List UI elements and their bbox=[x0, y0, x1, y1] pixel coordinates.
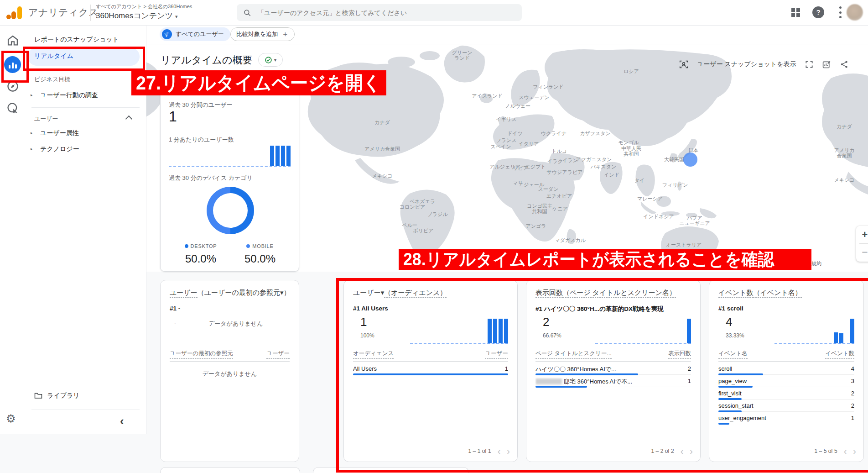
table-row[interactable]: page_view 3 bbox=[718, 375, 854, 387]
events-minute-chart bbox=[774, 319, 854, 344]
sidebar-item-realtime[interactable]: リアルタイム bbox=[28, 47, 140, 66]
search-input[interactable] bbox=[257, 9, 505, 17]
sidebar-section-business: ビジネス目標 bbox=[34, 75, 70, 84]
mobile-legend-label: MOBILE bbox=[252, 243, 273, 249]
column-header-left[interactable]: オーディエンス bbox=[353, 350, 394, 359]
card-dimension-selector[interactable]: （ユーザーの最初の参照元▾） bbox=[198, 289, 291, 296]
map-country-label: フィンランド bbox=[533, 84, 564, 89]
search-bar[interactable] bbox=[237, 4, 522, 21]
map-country-label: パキスタン bbox=[591, 164, 616, 169]
desktop-legend-dot bbox=[185, 244, 188, 248]
share-icon[interactable] bbox=[840, 60, 849, 69]
more-options-icon[interactable] bbox=[839, 6, 842, 18]
page-prev-icon[interactable]: ‹ bbox=[844, 448, 847, 454]
map-country-label: パプア ニューギニア bbox=[679, 215, 710, 226]
table-row[interactable]: All Users 1 bbox=[353, 363, 508, 375]
admin-gear-icon[interactable]: ⚙ bbox=[6, 412, 16, 425]
top-rank-value: 4 bbox=[726, 315, 732, 329]
expand-caret-icon[interactable]: ▸ bbox=[31, 131, 33, 135]
map-country-label: ケニア bbox=[552, 206, 568, 211]
page-prev-icon[interactable]: ‹ bbox=[498, 448, 501, 454]
report-status-badge[interactable]: ▾ bbox=[258, 53, 283, 67]
user-snapshot-button[interactable]: ユーザー スナップショットを表示 bbox=[697, 60, 796, 68]
customize-report-icon[interactable] bbox=[822, 60, 832, 69]
top-rank-percent: 33.33% bbox=[726, 332, 744, 339]
row-value-bar bbox=[718, 423, 729, 425]
map-country-label: フィリピン bbox=[662, 182, 688, 188]
map-zoom-in-button[interactable]: + bbox=[856, 226, 868, 243]
collapse-section-icon[interactable] bbox=[125, 116, 133, 123]
map-country-label: オーストラリア bbox=[666, 242, 702, 247]
badge-caret-icon: ▾ bbox=[274, 57, 277, 63]
card-metric-selector[interactable]: ユーザー bbox=[170, 289, 198, 298]
sidebar-item-snapshot[interactable]: レポートのスナップショット bbox=[34, 36, 119, 44]
card-dimension-selector[interactable]: （オーディエンス） bbox=[384, 289, 447, 298]
table-divider bbox=[718, 362, 854, 362]
map-country-label: インドネシア bbox=[643, 214, 674, 219]
sidebar-item-user-behavior[interactable]: ユーザー行動の調査 bbox=[40, 91, 98, 100]
map-country-label: スペイン bbox=[490, 144, 511, 149]
page-next-icon[interactable]: › bbox=[690, 448, 693, 454]
card-metric-selector[interactable]: ユーザー▾ bbox=[353, 289, 384, 296]
map-zoom-out-button[interactable]: − bbox=[856, 244, 868, 261]
sidebar-item-library[interactable]: ライブラリ bbox=[47, 392, 80, 400]
sidebar-item-technology[interactable]: テクノロジー bbox=[40, 145, 79, 153]
page-next-icon[interactable]: › bbox=[507, 448, 510, 454]
realtime-overview-card: 過去 30 分間のユーザー 1 1 分あたりのユーザー数 過去 30 分のデバイ… bbox=[160, 77, 299, 272]
map-country-label: ウクライナ bbox=[541, 131, 567, 136]
pagination: 1 – 5 of 5 ‹ › bbox=[815, 448, 856, 454]
card-dimension-selector[interactable]: （イベント名） bbox=[753, 289, 801, 298]
sidebar-section-user: ユーザー bbox=[34, 115, 58, 123]
table-row[interactable]: session_start 2 bbox=[718, 399, 854, 412]
fullscreen-icon[interactable] bbox=[805, 60, 814, 69]
redacted-text bbox=[535, 378, 562, 384]
sidebar-item-user-attributes[interactable]: ユーザー属性 bbox=[40, 129, 79, 137]
card-metric-selector[interactable]: 表示回数 bbox=[535, 289, 563, 298]
help-icon[interactable]: ? bbox=[812, 6, 824, 18]
column-header-right[interactable]: 表示回数 bbox=[668, 350, 691, 359]
google-apps-grid-icon[interactable] bbox=[791, 8, 800, 17]
avatar[interactable] bbox=[847, 4, 863, 21]
collapse-sidebar-icon[interactable]: ‹ bbox=[120, 414, 124, 428]
map-country-label: アンゴラ bbox=[525, 223, 546, 229]
map-country-label: イギリス bbox=[496, 116, 516, 122]
column-header-left[interactable]: イベント名 bbox=[718, 350, 748, 359]
page-prev-icon[interactable]: ‹ bbox=[681, 448, 684, 454]
desktop-legend-label: DESKTOP bbox=[191, 243, 217, 249]
map-country-label: ロシア bbox=[624, 68, 639, 74]
expand-caret-icon[interactable]: ▸ bbox=[31, 147, 33, 151]
map-country-label: ブラジル bbox=[427, 211, 447, 217]
add-comparison-chip[interactable]: 比較対象を追加 ＋ bbox=[230, 27, 295, 41]
plus-icon: ＋ bbox=[281, 30, 289, 39]
property-switcher[interactable]: 360Homesコンテンツ ▾ bbox=[96, 11, 177, 21]
card-metric-selector[interactable]: イベント数 bbox=[718, 289, 753, 298]
reports-icon[interactable] bbox=[4, 56, 21, 73]
map-country-label: アイスランド bbox=[472, 93, 503, 99]
all-users-chip[interactable]: す すべてのユーザー bbox=[160, 27, 230, 41]
column-header-left[interactable]: ページ タイトルとスクリー... bbox=[535, 350, 612, 359]
column-header-right[interactable]: イベント数 bbox=[825, 350, 854, 359]
analytics-logo-icon[interactable] bbox=[6, 6, 25, 20]
card-users-by-audience: ユーザー▾（オーディエンス） #1 All Users 1 100% オーディエ… bbox=[343, 280, 518, 462]
card-dimension-selector[interactable]: （ページ タイトルとスクリーン名） bbox=[563, 289, 676, 298]
expand-caret-icon[interactable]: ▸ bbox=[31, 93, 33, 97]
map-country-label: ノルウェー bbox=[505, 103, 530, 109]
column-header-right[interactable]: ユーザー bbox=[485, 350, 508, 359]
search-icon bbox=[243, 9, 251, 17]
annotation-step-28: 28.リアルタイムレポートが表示されることを確認 bbox=[399, 249, 811, 270]
mobile-legend-value: 50.0% bbox=[233, 252, 287, 265]
table-row[interactable]: first_visit 2 bbox=[718, 387, 854, 399]
header-divider bbox=[90, 5, 91, 21]
advertising-icon[interactable] bbox=[6, 102, 19, 115]
column-header-right[interactable]: ユーザー bbox=[266, 350, 290, 359]
page-next-icon[interactable]: › bbox=[853, 448, 856, 454]
table-row[interactable]: scroll 4 bbox=[718, 363, 854, 375]
table-divider bbox=[170, 362, 290, 362]
table-row[interactable]: ハイツ〇〇 360°Homes AIで... 2 bbox=[535, 363, 691, 375]
table-row[interactable]: 邸宅 360°Homes AIで不... 1 bbox=[535, 375, 691, 387]
column-header-left[interactable]: ユーザーの最初の参照元 bbox=[170, 350, 233, 359]
explore-icon[interactable] bbox=[6, 80, 19, 93]
table-row[interactable]: user_engagement 1 bbox=[718, 412, 854, 424]
home-icon[interactable] bbox=[6, 34, 19, 47]
comparison-filter-bar: す すべてのユーザー 比較対象を追加 ＋ bbox=[146, 25, 868, 44]
